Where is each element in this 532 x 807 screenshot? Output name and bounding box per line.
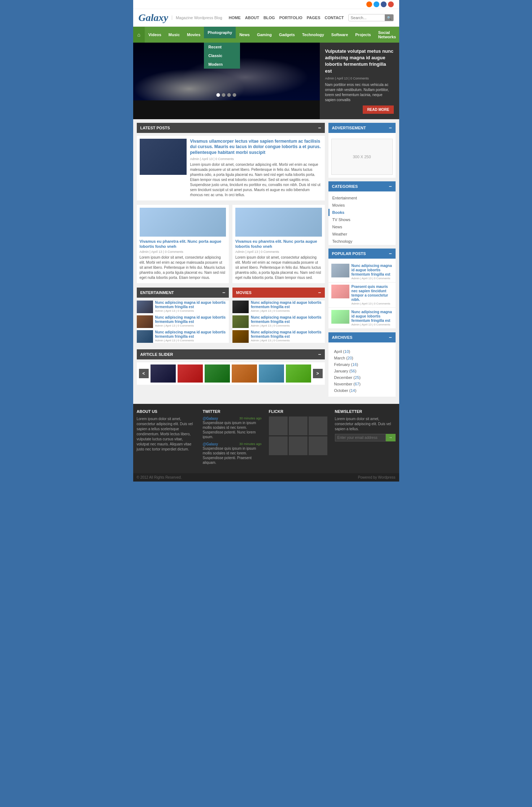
ent-post-2-meta: Admin | April 13 | 0 Comments [155, 324, 229, 327]
nav-news[interactable]: News [236, 27, 253, 43]
flickr-item-3[interactable] [309, 417, 327, 435]
article-slider-collapse[interactable]: − [318, 351, 321, 357]
archive-march-link[interactable]: 20 [348, 356, 352, 360]
newsletter-email-input[interactable] [335, 434, 386, 441]
submenu-modern[interactable]: Modern [204, 60, 240, 69]
nav-gadgets[interactable]: Gadgets [275, 27, 298, 43]
flickr-item-1[interactable] [269, 417, 288, 435]
popular-posts-header: POPULAR POSTS − [328, 249, 396, 259]
nav-social-networks[interactable]: Social Networks [375, 27, 400, 43]
nav-videos[interactable]: Videos [145, 27, 165, 43]
flickr-item-4[interactable] [269, 436, 288, 455]
archives-collapse[interactable]: − [389, 335, 392, 340]
movies-collapse[interactable]: − [318, 290, 321, 295]
nav-software[interactable]: Software [328, 27, 352, 43]
nav-pages[interactable]: PAGES [307, 16, 320, 20]
nav-technology[interactable]: Technology [298, 27, 328, 43]
hero-dot-2[interactable] [222, 93, 226, 97]
nav-home-icon[interactable]: ⌂ [133, 27, 145, 43]
ent-post-2-image [137, 315, 153, 328]
entertainment-collapse[interactable]: − [222, 290, 225, 295]
mov-post-3-title[interactable]: Nunc adipiscing magna id augue lobortis … [251, 330, 325, 339]
main-content: LATEST POSTS − Vivamus ullamcorper lectu… [137, 123, 325, 400]
submenu-recent[interactable]: Recent [204, 43, 240, 51]
newsletter-submit-button[interactable]: → [386, 434, 396, 441]
submenu-classic[interactable]: Classic [204, 51, 240, 60]
grid-post-2-title[interactable]: Vivamus eu pharetra elit. Nunc porta aug… [235, 239, 322, 249]
blue-char-art-1 [140, 208, 226, 237]
latest-posts-header: LATEST POSTS − [137, 123, 325, 133]
nav-movies[interactable]: Movies [183, 27, 204, 43]
ent-post-2-title[interactable]: Nunc adipiscing magna id augue lobortis … [155, 315, 229, 324]
cat-books[interactable]: Books [328, 209, 396, 216]
flickr-item-2[interactable] [289, 417, 308, 435]
nav-blog[interactable]: BLOG [263, 16, 275, 20]
grid-posts: Vivamus eu pharetra elit. Nunc porta aug… [137, 205, 325, 284]
search-input[interactable] [349, 14, 385, 21]
flickr-item-5[interactable] [289, 436, 308, 455]
archives-header: ARCHIVES − [328, 332, 396, 342]
latest-posts-collapse[interactable]: − [318, 125, 321, 131]
advertisement-collapse[interactable]: − [389, 125, 392, 131]
nav-portfolio[interactable]: PORTFOLIO [279, 16, 302, 20]
flickr-item-6[interactable] [309, 436, 327, 455]
nav-music[interactable]: Music [165, 27, 183, 43]
archive-january-link[interactable]: 56 [350, 369, 355, 373]
archive-december-link[interactable]: 25 [355, 375, 359, 380]
facebook-icon[interactable] [381, 1, 387, 7]
twitter-icon[interactable] [374, 1, 379, 7]
featured-post-title[interactable]: Vivamus ullamcorper lectus vitae sapien … [190, 139, 322, 156]
cat-entertainment[interactable]: Entertainment [328, 194, 396, 202]
popular-post-3-title[interactable]: Nunc adipiscing magna id augue lobortis … [352, 310, 393, 323]
nav-home[interactable]: HOME [229, 16, 241, 20]
ent-post-1-title[interactable]: Nunc adipiscing magna id augue lobortis … [155, 301, 229, 309]
cat-movies[interactable]: Movies [328, 202, 396, 209]
categories-title: CATEGORIES [332, 184, 358, 189]
article-slider-title: ARTICLE SLIDER [140, 352, 173, 357]
mov-post-1-title[interactable]: Nunc adipiscing magna id augue lobortis … [251, 301, 325, 309]
ent-post-1-content: Nunc adipiscing magna id augue lobortis … [155, 301, 229, 312]
categories-collapse[interactable]: − [389, 184, 392, 189]
nav-projects[interactable]: Projects [352, 27, 374, 43]
hero-dot-4[interactable] [233, 93, 236, 97]
site-tagline: Magazine Wordpress Blog [172, 16, 222, 20]
archive-october-link[interactable]: 14 [350, 388, 355, 393]
site-logo[interactable]: Galaxy [139, 12, 168, 23]
cat-tvshows[interactable]: TV Shows [328, 216, 396, 223]
nav-photography-dropdown[interactable]: Photography Recent Classic Modern [204, 27, 236, 43]
popular-posts-collapse[interactable]: − [389, 251, 392, 256]
archive-february-link[interactable]: 16 [352, 362, 357, 367]
nav-gaming[interactable]: Gaming [253, 27, 275, 43]
cat-weather[interactable]: Weather [328, 230, 396, 238]
nav-photography[interactable]: Photography [204, 27, 236, 38]
hero-dot-3[interactable] [227, 93, 231, 97]
popular-post-2-title[interactable]: Praesent quis mauris nec sapien tincidun… [352, 285, 393, 302]
footer-about-title: ABOUT US [137, 409, 196, 414]
mov-post-2-title[interactable]: Nunc adipiscing magna id augue lobortis … [251, 315, 325, 324]
googleplus-icon[interactable] [388, 1, 394, 7]
ent-post-3-title[interactable]: Nunc adipiscing magna id augue lobortis … [155, 330, 229, 339]
featured-post-excerpt: Lorem ipsum dolor sit amet, consectetur … [190, 162, 322, 198]
mini-sections: ENTERTAINMENT − Nunc adipiscing magna id… [137, 288, 325, 345]
archive-november-link[interactable]: 67 [355, 382, 359, 386]
hero-dot-1[interactable] [217, 93, 220, 97]
cat-technology[interactable]: Technology [328, 238, 396, 245]
archive-april-link[interactable]: 10 [344, 349, 349, 354]
nav-about[interactable]: ABOUT [245, 16, 259, 20]
popular-post-1-title[interactable]: Nunc adipiscing magna id augue lobortis … [352, 264, 393, 277]
rss-icon[interactable] [366, 1, 372, 7]
read-more-button[interactable]: READ MORE [363, 105, 393, 114]
nav-contact[interactable]: CONTACT [325, 16, 344, 20]
featured-post-image [140, 139, 187, 175]
search-button[interactable]: 🔍 [385, 14, 393, 21]
cat-news[interactable]: News [328, 223, 396, 230]
slider-next-button[interactable]: > [313, 369, 323, 378]
mov-post-1-meta: Admin | April 13 | 0 Comments [251, 309, 325, 312]
grid-post-1-title[interactable]: Vivamus eu pharetra elit. Nunc porta aug… [140, 239, 226, 249]
tweet-2-text: Suspendisse quis ipsum in ipsum mollis s… [203, 446, 262, 465]
content-area: LATEST POSTS − Vivamus ullamcorper lectu… [133, 119, 399, 404]
grid-post-2-image [235, 208, 322, 237]
grid-post-2-meta: Admin | April 13 | 0 Comments [235, 250, 322, 254]
slider-prev-button[interactable]: < [139, 369, 149, 378]
footer-about-text: Lorem ipsum dolor sit amet, consectetur … [137, 417, 196, 452]
